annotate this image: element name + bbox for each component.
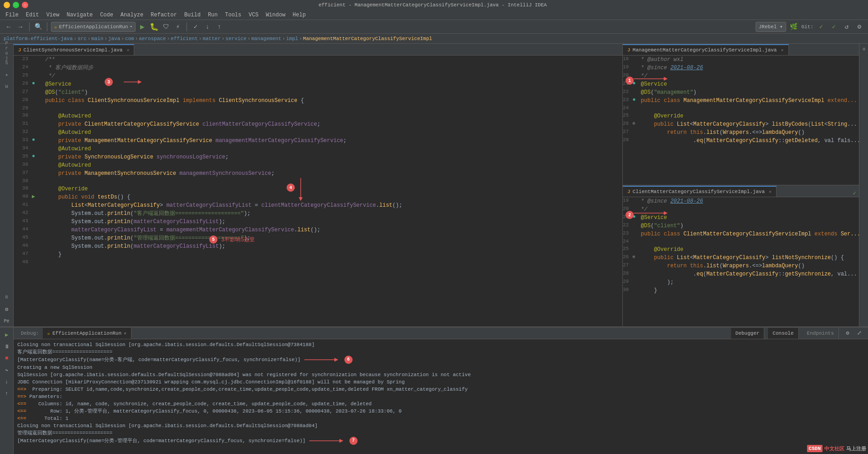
menu-edit[interactable]: Edit <box>22 11 43 19</box>
debug-tab-debugger[interactable]: Debugger <box>731 328 765 339</box>
arrow-3 <box>115 77 142 87</box>
tab-client-impl[interactable]: J ClientMatterCategoryClassifyServiceImp… <box>623 186 777 197</box>
tab-label-mgmt: ManagementMatterCategoryClassifyServiceI… <box>633 47 777 53</box>
persistence-icon[interactable]: Pe <box>1 316 12 326</box>
commit-btn[interactable]: ✓ <box>191 22 201 32</box>
menu-window[interactable]: Window <box>262 11 289 19</box>
breadcrumb-main[interactable]: main <box>91 36 103 41</box>
annotation-5-text: 3不影响5这里 <box>221 236 255 244</box>
csdn-extra: 马上注册 <box>846 445 866 452</box>
debug-panel: ▶ ⏸ ■ ↷ ↓ ↑ Debug: ☕ EfficientApplicatio… <box>0 326 868 454</box>
menu-run[interactable]: Run <box>204 11 222 19</box>
close-btn[interactable]: ✕ <box>22 2 28 8</box>
tab-label-client: ClientMatterCategoryClassifyServiceImpl.… <box>633 189 765 194</box>
maximize-btn[interactable]: □ <box>13 2 19 8</box>
debug-play-btn[interactable]: ▶ <box>1 329 12 340</box>
run-btn[interactable]: ▶ <box>137 22 147 32</box>
favorites-icon[interactable]: ★ <box>1 69 12 80</box>
jrebel-selector[interactable]: JRebel ▾ <box>756 22 786 32</box>
vcs-checkmark-1[interactable]: ✓ <box>816 22 826 32</box>
push-btn[interactable]: ↑ <box>214 22 224 32</box>
git-icon[interactable]: 🌿 <box>789 22 799 32</box>
settings-btn[interactable]: ⚙ <box>854 22 864 32</box>
debug-step-over[interactable]: ↷ <box>1 365 12 376</box>
debug-pause-btn[interactable]: ⏸ <box>1 341 12 352</box>
arrow-7 <box>309 437 346 444</box>
table-row: 46 System.out.println(matterCategoryClas… <box>14 242 622 250</box>
breadcrumb-src[interactable]: src <box>77 36 86 41</box>
forward-btn[interactable]: → <box>15 22 25 32</box>
debug-step-out[interactable]: ↑ <box>1 388 12 399</box>
debug-tab-endpoints[interactable]: Endpoints <box>802 328 839 339</box>
arrow-6 <box>304 356 341 363</box>
breadcrumb-matter[interactable]: matter <box>202 36 221 41</box>
debug-tab-run[interactable]: ☕ EfficientApplicationRun ✕ <box>43 328 131 339</box>
structure-icon[interactable]: S <box>1 57 12 68</box>
right-panels: J ManagementMatterCategoryClassifyServic… <box>622 44 859 326</box>
table-row: 31 private ClientMatterCategoryClassifyS… <box>14 120 622 128</box>
menu-tools[interactable]: Tools <box>222 11 245 19</box>
menu-navigate[interactable]: Navigate <box>63 11 96 19</box>
editor-tabs: J ClientSynchronousServiceImpl.java ✕ <box>14 44 622 56</box>
right-top-code-scroll[interactable]: 18 * @author wxl 19 * @since 2021-08-26 … <box>623 56 859 185</box>
gutter-dot-r23: ● <box>632 97 636 103</box>
menu-view[interactable]: View <box>43 11 63 19</box>
web-icon[interactable]: W <box>1 81 12 92</box>
profile-btn[interactable]: ⚡ <box>173 22 183 32</box>
close-tab-btn[interactable]: ✕ <box>126 47 129 53</box>
breadcrumb-java[interactable]: java <box>108 36 120 41</box>
debug-settings-btn[interactable]: ⚙ <box>843 328 853 338</box>
debug-console-content[interactable]: Closing non transactional SqlSession [or… <box>14 339 868 454</box>
menu-help[interactable]: Help <box>289 11 309 19</box>
debug-step-into[interactable]: ↓ <box>1 377 12 388</box>
badge-2: 2 <box>626 211 634 219</box>
close-tab-client[interactable]: ✕ <box>769 189 772 194</box>
breadcrumb-classname[interactable]: ManagementMatterCategoryClassifyServiceI… <box>303 36 432 41</box>
breadcrumb-management[interactable]: management <box>251 36 281 41</box>
gutter-run-40[interactable]: ▶ <box>32 194 35 200</box>
search-everywhere-btn[interactable]: 🔍 <box>33 22 43 32</box>
debug-btn[interactable]: 🐛 <box>149 22 159 32</box>
debug-main-content: Debug: ☕ EfficientApplicationRun ✕ Debug… <box>14 327 868 454</box>
menu-file[interactable]: File <box>2 11 22 19</box>
vcs-refresh-btn[interactable]: ↺ <box>842 22 852 32</box>
breadcrumb-impl[interactable]: impl <box>286 36 298 41</box>
table-row: 30 @Autowired <box>14 112 622 120</box>
menu-refactor[interactable]: Refactor <box>147 11 181 19</box>
table-row: 32 @Autowired <box>14 128 622 137</box>
table-row: 22 @DS("management") <box>623 88 859 97</box>
right-bottom-code-scroll[interactable]: 19 * @since 2021-08-26 20 */ 21 ● <box>623 197 859 326</box>
breadcrumb-efficient[interactable]: efficient <box>171 36 197 41</box>
rebel-icon[interactable]: R <box>1 292 12 303</box>
vcs-checkmark-2[interactable]: ✓ <box>829 22 839 32</box>
breadcrumb-project[interactable]: platform-efficient-java <box>4 36 73 41</box>
menu-code[interactable]: Code <box>96 11 117 19</box>
toolbar-sep-3 <box>187 22 187 31</box>
project-icon[interactable]: Proj <box>1 46 12 56</box>
back-btn[interactable]: ← <box>4 22 14 32</box>
breadcrumb-com[interactable]: com <box>125 36 134 41</box>
debug-stop-btn[interactable]: ■ <box>1 353 12 364</box>
left-code-scroll[interactable]: 23 /** 24 * 客户端数据同步 25 */ <box>14 56 622 326</box>
table-row: 34 @Autowired <box>14 145 622 153</box>
debug-expand-btn[interactable]: ⤢ <box>854 328 864 338</box>
tab-client-sync[interactable]: J ClientSynchronousServiceImpl.java ✕ <box>14 44 134 55</box>
coverage-btn[interactable]: 🛡 <box>161 22 171 32</box>
minimize-btn[interactable]: − <box>4 2 10 8</box>
menu-vcs[interactable]: VCS <box>245 11 262 19</box>
log-line-row: <== Row: 1, 分类-管理平台, matterCategoryClass… <box>17 408 864 415</box>
table-row: 18 * @author wxl <box>623 56 859 64</box>
tab-management-impl[interactable]: J ManagementMatterCategoryClassifyServic… <box>623 44 789 55</box>
close-tab-mgmt[interactable]: ✕ <box>781 47 783 53</box>
debug-tab-console[interactable]: Console <box>768 328 798 339</box>
menu-build[interactable]: Build <box>181 11 204 19</box>
table-row: 28 .eq(MatterCategoryClassify::getSynchr… <box>623 270 859 278</box>
run-config-selector[interactable]: ☕ EfficientApplicationRun ▾ <box>51 22 136 32</box>
window-controls[interactable]: − □ ✕ <box>4 2 28 8</box>
menu-analyze[interactable]: Analyze <box>117 11 147 19</box>
breadcrumb-service[interactable]: service <box>226 36 247 41</box>
sidebar-right-label[interactable]: ⚙ <box>860 46 867 52</box>
update-btn[interactable]: ↓ <box>202 22 212 32</box>
settings-side-icon[interactable]: ⚙ <box>1 304 12 315</box>
breadcrumb-aerospace[interactable]: aerospace <box>139 36 166 41</box>
